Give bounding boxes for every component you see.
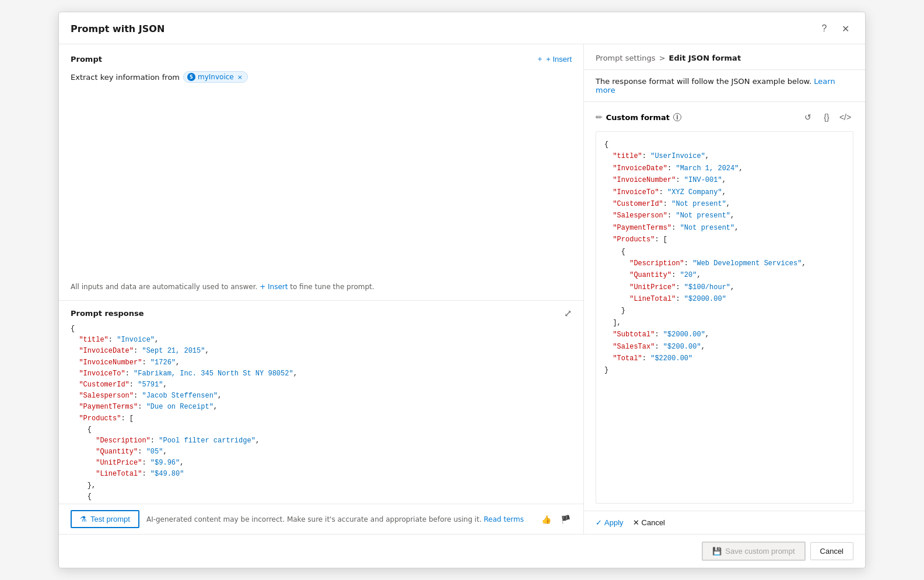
save-icon: 💾 bbox=[712, 547, 722, 556]
save-custom-prompt-button[interactable]: 💾 Save custom prompt bbox=[702, 542, 805, 561]
insert-button[interactable]: ＋ + Insert bbox=[536, 54, 572, 64]
disclaimer-text: AI-generated content may be incorrect. M… bbox=[146, 515, 533, 523]
breadcrumb-parent: Prompt settings bbox=[596, 54, 656, 62]
dialog-title: Prompt with JSON bbox=[71, 23, 164, 34]
apply-button[interactable]: ✓ Apply bbox=[596, 518, 624, 527]
json-editor[interactable]: { "title": "UserInvoice", "InvoiceDate":… bbox=[596, 131, 853, 504]
custom-format-header: ✏ Custom format i ↺ {} </> bbox=[596, 109, 853, 125]
braces-icon: {} bbox=[824, 113, 829, 122]
read-terms-link[interactable]: Read terms bbox=[484, 515, 524, 523]
pen-icon: ✏ bbox=[596, 113, 603, 122]
response-content: { "title": "Invoice", "InvoiceDate": "Se… bbox=[59, 324, 583, 504]
right-panel-header: Prompt settings > Edit JSON format bbox=[584, 44, 865, 70]
x-icon: ✕ bbox=[633, 518, 639, 527]
insert-link[interactable]: + Insert bbox=[260, 283, 288, 291]
help-icon: ? bbox=[822, 23, 827, 34]
close-button[interactable]: ✕ bbox=[837, 20, 853, 37]
save-custom-label: Save custom prompt bbox=[725, 547, 794, 556]
prompt-section-title: Prompt bbox=[71, 55, 102, 64]
response-actions: ⚗ Test prompt AI-generated content may b… bbox=[59, 504, 583, 534]
apply-label: Apply bbox=[604, 518, 624, 527]
flask-icon: ⚗ bbox=[80, 515, 87, 523]
code-button[interactable]: </> bbox=[837, 109, 853, 125]
prompt-footer: All inputs and data are automatically us… bbox=[71, 276, 572, 291]
breadcrumb-separator: > bbox=[659, 54, 666, 62]
myinvoice-chip[interactable]: S myInvoice × bbox=[183, 71, 248, 83]
thumbs-up-icon: 👍 bbox=[541, 515, 551, 524]
prompt-chips-row: Extract key information from S myInvoice… bbox=[71, 71, 572, 83]
plus-icon: ＋ bbox=[536, 54, 544, 64]
prompt-section: Prompt ＋ + Insert Extract key informatio… bbox=[59, 44, 583, 301]
right-cancel-button[interactable]: ✕ Cancel bbox=[633, 518, 665, 527]
breadcrumb-current: Edit JSON format bbox=[669, 54, 741, 62]
prompt-input-area[interactable]: Extract key information from S myInvoice… bbox=[71, 71, 572, 276]
bottom-cancel-button[interactable]: Cancel bbox=[810, 542, 853, 560]
prompt-static-text: Extract key information from bbox=[71, 73, 180, 82]
prompt-section-header: Prompt ＋ + Insert bbox=[71, 54, 572, 64]
response-header: Prompt response ⤢ bbox=[59, 301, 583, 324]
response-section-title: Prompt response bbox=[71, 309, 144, 318]
test-prompt-button[interactable]: ⚗ Test prompt bbox=[71, 510, 139, 528]
dialog-bottom: 💾 Save custom prompt Cancel bbox=[59, 534, 865, 568]
braces-button[interactable]: {} bbox=[818, 109, 835, 125]
code-icon: </> bbox=[839, 113, 851, 122]
json-open-brace: { bbox=[71, 325, 75, 333]
thumbs-up-button[interactable]: 👍 bbox=[540, 514, 552, 525]
main-dialog: Prompt with JSON ? ✕ Prompt ＋ + Insert bbox=[58, 12, 866, 568]
refresh-icon: ↺ bbox=[804, 113, 811, 122]
header-actions: ? ✕ bbox=[816, 20, 853, 37]
thumbs-down-icon: 🏴 bbox=[561, 515, 570, 524]
custom-format-section: ✏ Custom format i ↺ {} </> bbox=[584, 102, 865, 511]
info-icon[interactable]: i bbox=[673, 113, 681, 121]
format-actions: ↺ {} </> bbox=[800, 109, 853, 125]
test-prompt-label: Test prompt bbox=[90, 515, 130, 523]
right-panel: Prompt settings > Edit JSON format The r… bbox=[584, 44, 865, 534]
chip-icon: S bbox=[187, 73, 195, 81]
refresh-button[interactable]: ↺ bbox=[800, 109, 816, 125]
expand-icon: ⤢ bbox=[564, 308, 572, 318]
bottom-cancel-label: Cancel bbox=[820, 547, 844, 556]
thumbs-down-button[interactable]: 🏴 bbox=[559, 514, 572, 525]
chip-close-button[interactable]: × bbox=[237, 73, 243, 81]
right-panel-footer: ✓ Apply ✕ Cancel bbox=[584, 511, 865, 534]
custom-format-title: ✏ Custom format i bbox=[596, 113, 681, 122]
right-panel-description: The response format will follow the JSON… bbox=[584, 70, 865, 102]
help-button[interactable]: ? bbox=[816, 20, 832, 37]
expand-button[interactable]: ⤢ bbox=[564, 308, 572, 319]
left-panel: Prompt ＋ + Insert Extract key informatio… bbox=[59, 44, 584, 534]
dialog-body: Prompt ＋ + Insert Extract key informatio… bbox=[59, 44, 865, 534]
cancel-label: Cancel bbox=[642, 518, 665, 527]
close-icon: ✕ bbox=[842, 23, 849, 34]
breadcrumb: Prompt settings > Edit JSON format bbox=[596, 54, 853, 62]
chip-label: myInvoice bbox=[198, 73, 234, 81]
checkmark-icon: ✓ bbox=[596, 518, 602, 527]
dialog-header: Prompt with JSON ? ✕ bbox=[59, 12, 865, 44]
response-section: Prompt response ⤢ { "title": "Invoice", … bbox=[59, 301, 583, 534]
